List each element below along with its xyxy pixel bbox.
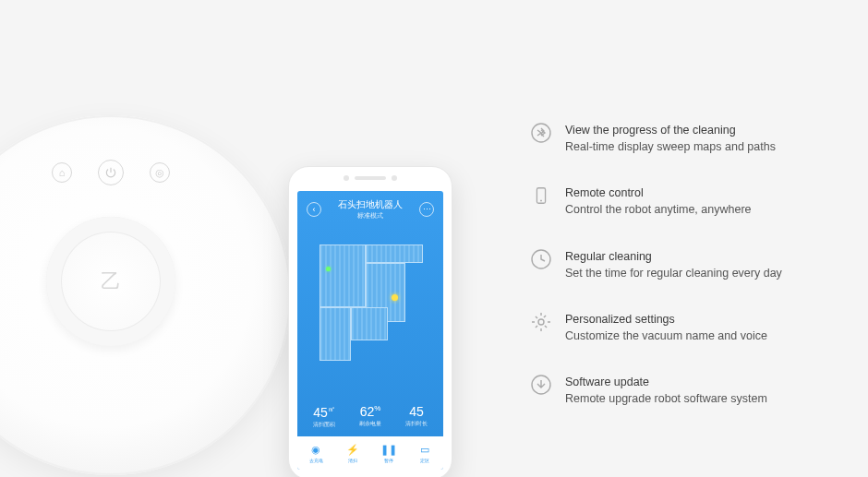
app-header: ‹ 石头扫地机器人 标准模式 ⋯ <box>297 191 443 228</box>
robot-marker <box>392 294 398 301</box>
nav-pause[interactable]: ❚❚ 暂停 <box>382 444 395 463</box>
download-icon <box>530 374 552 396</box>
feature-remote: Remote control Control the robot anytime… <box>530 185 844 218</box>
feature-title: Remote control <box>565 185 752 201</box>
robot-home-btn: ⌂ <box>52 162 72 183</box>
app-subtitle: 标准模式 <box>338 211 403 221</box>
nav-dock[interactable]: ◉ 去充电 <box>309 444 323 463</box>
dock-marker <box>326 267 331 271</box>
feature-settings: Personalized settings Customize the vacu… <box>530 311 844 344</box>
stats-row: 45㎡ 清扫面积 62% 剩余电量 45 清扫时长 <box>297 399 443 436</box>
feature-subtitle: Remote upgrade robot software system <box>565 390 767 407</box>
nav-clean[interactable]: ⚡ 清扫 <box>346 444 359 463</box>
map-area[interactable] <box>297 228 443 399</box>
feature-title: View the progress of the cleaning <box>565 122 776 138</box>
bottom-nav: ◉ 去充电 ⚡ 清扫 ❚❚ 暂停 ▭ 定区 <box>297 436 443 470</box>
robot-vacuum: ⌂ ◎ 乙 <box>0 115 291 475</box>
app-title: 石头扫地机器人 <box>338 198 403 211</box>
feature-subtitle: Real-time display sweep maps and paths <box>565 138 776 155</box>
robot-logo: 乙 <box>101 268 121 295</box>
robot-power-btn <box>98 160 124 185</box>
back-icon[interactable]: ‹ <box>307 202 321 217</box>
bolt-icon: ⚡ <box>346 444 359 457</box>
feature-subtitle: Customize the vacuum name and voice <box>565 328 767 344</box>
robot-lidar-turret: 乙 <box>46 217 175 346</box>
gear-icon <box>530 311 552 333</box>
robot-spot-btn: ◎ <box>150 162 170 183</box>
feature-subtitle: Control the robot anytime, anywhere <box>565 201 752 218</box>
phone-notch <box>344 175 397 181</box>
robot-buttons-row: ⌂ ◎ <box>52 160 170 185</box>
feature-title: Personalized settings <box>565 311 767 328</box>
stat-battery: 62% 剩余电量 <box>359 404 381 429</box>
feature-progress: View the progress of the cleaning Real-t… <box>530 122 844 155</box>
pause-icon: ❚❚ <box>382 444 395 457</box>
app-screen: ‹ 石头扫地机器人 标准模式 ⋯ 45㎡ 清扫面积 <box>297 191 443 470</box>
pin-icon: ◉ <box>309 444 322 457</box>
feature-regular: Regular cleaning Set the time for regula… <box>530 248 844 281</box>
clock-icon <box>530 248 552 270</box>
feature-subtitle: Set the time for regular cleaning every … <box>565 265 782 281</box>
nav-zone[interactable]: ▭ 定区 <box>418 444 431 463</box>
progress-icon <box>530 122 552 144</box>
feature-list: View the progress of the cleaning Real-t… <box>530 122 844 407</box>
feature-title: Regular cleaning <box>565 248 782 265</box>
phone-mockup: ‹ 石头扫地机器人 标准模式 ⋯ 45㎡ 清扫面积 <box>288 166 452 477</box>
stat-time: 45 清扫时长 <box>405 404 428 429</box>
zone-icon: ▭ <box>418 444 431 457</box>
stat-area: 45㎡ 清扫面积 <box>313 404 335 429</box>
svg-point-4 <box>538 319 544 325</box>
more-icon[interactable]: ⋯ <box>419 202 434 217</box>
feature-title: Software update <box>565 374 767 390</box>
floor-map <box>319 244 423 383</box>
phone-icon <box>530 185 552 207</box>
feature-update: Software update Remote upgrade robot sof… <box>530 374 844 407</box>
